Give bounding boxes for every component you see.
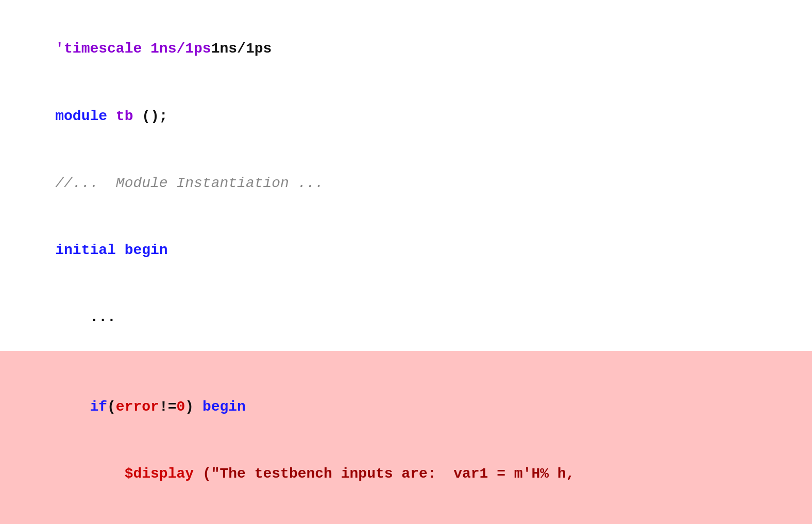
line-display1: $display ("The testbench inputs are: var…: [0, 440, 812, 507]
line-display2: var2 = n'H% h,... . But the actual resul…: [0, 508, 812, 524]
red-block: if(error!=0) begin: [0, 351, 812, 441]
module-name: tb: [116, 108, 142, 124]
module-keyword: module: [55, 108, 116, 124]
error-var: error: [116, 399, 159, 415]
begin-keyword2: begin: [194, 399, 246, 415]
zero-val: 0: [176, 399, 185, 415]
code-container: 'timescale 1ns/1ps1ns/1ps module tb (); …: [0, 0, 812, 524]
line-initial-begin: initial begin: [21, 217, 791, 284]
timescale-directive: 'timescale 1ns/1ps: [55, 41, 211, 57]
if-paren-open: (: [107, 399, 116, 415]
dots1-text: ...: [55, 309, 116, 325]
initial-keyword: initial: [55, 242, 124, 258]
display-call1: $display: [55, 466, 202, 482]
timescale-value: 1ns/1ps: [211, 41, 272, 57]
if-paren-close: ): [185, 399, 194, 415]
module-parens: ();: [142, 108, 167, 124]
neq-op: !=: [159, 399, 177, 415]
line-module: module tb ();: [21, 82, 791, 149]
comment1-text: //... Module Instantiation ...: [55, 175, 324, 191]
if-keyword: if: [55, 399, 107, 415]
line-timescale: 'timescale 1ns/1ps1ns/1ps: [21, 15, 791, 82]
line-comment1: //... Module Instantiation ...: [21, 149, 791, 216]
line-dots1: ...: [21, 284, 791, 351]
begin-keyword: begin: [125, 242, 168, 258]
display-str1: ("The testbench inputs are: var1 = m'H% …: [202, 466, 575, 482]
